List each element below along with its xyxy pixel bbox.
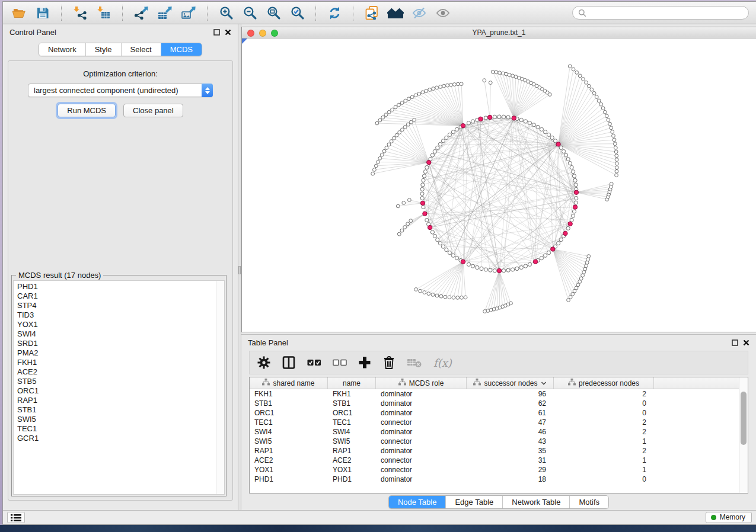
graph-node[interactable] [573, 178, 577, 182]
graph-node[interactable] [566, 158, 570, 161]
minimize-window-icon[interactable] [259, 30, 266, 37]
import-network-button[interactable] [71, 5, 89, 21]
graph-leaf-node[interactable] [615, 174, 618, 177]
graph-leaf-node[interactable] [446, 84, 449, 87]
mcds-result-item[interactable]: YOX1 [17, 320, 216, 329]
graph-leaf-node[interactable] [431, 293, 435, 297]
clone-network-button[interactable] [363, 5, 381, 21]
graph-node[interactable] [506, 268, 510, 272]
tab-edge-table[interactable]: Edge Table [446, 496, 503, 508]
graph-leaf-node[interactable] [495, 70, 498, 74]
network-canvas[interactable] [242, 39, 756, 332]
graph-node[interactable] [497, 115, 501, 118]
run-mcds-button[interactable]: Run MCDS [58, 104, 116, 117]
graph-leaf-node[interactable] [375, 121, 379, 125]
column-header-MCDS-role[interactable]: MCDS role [376, 377, 467, 389]
mcds-result-item[interactable]: PMA2 [17, 348, 216, 358]
graph-leaf-node[interactable] [378, 156, 382, 160]
mcds-result-item[interactable]: SWI5 [17, 415, 216, 424]
table-settings-button[interactable] [257, 356, 270, 369]
graph-leaf-node[interactable] [427, 292, 430, 296]
graph-leaf-node[interactable] [611, 130, 614, 134]
graph-node[interactable] [484, 268, 487, 271]
graph-node[interactable] [547, 133, 550, 136]
graph-node[interactable] [528, 121, 531, 125]
float-table-panel-icon[interactable] [732, 339, 738, 346]
graph-leaf-node[interactable] [505, 72, 508, 76]
graph-node[interactable] [425, 165, 429, 169]
close-panel-button[interactable]: Close panel [123, 104, 183, 117]
graph-node[interactable] [420, 196, 424, 200]
graph-node[interactable] [562, 149, 566, 153]
graph-leaf-node[interactable] [607, 118, 610, 122]
column-chooser-button[interactable] [282, 355, 296, 370]
close-table-panel-icon[interactable] [743, 339, 749, 346]
mcds-result-item[interactable]: STP4 [17, 301, 216, 310]
graph-node[interactable] [564, 153, 567, 157]
graph-node[interactable] [540, 127, 543, 131]
graph-leaf-node[interactable] [444, 295, 447, 299]
open-file-button[interactable] [10, 5, 28, 21]
graph-node[interactable] [422, 205, 425, 209]
graph-leaf-node[interactable] [585, 81, 588, 84]
table-row[interactable]: FKH1FKH1dominator962 [250, 389, 739, 399]
network-window-titlebar[interactable]: YPA_prune.txt_1 [242, 27, 756, 39]
graph-node[interactable] [445, 136, 448, 139]
graph-node[interactable] [575, 196, 578, 200]
graph-node[interactable] [451, 130, 455, 134]
graph-leaf-node[interactable] [403, 126, 407, 129]
first-neighbors-button[interactable] [387, 5, 404, 21]
show-all-button[interactable] [434, 5, 452, 21]
graph-leaf-node[interactable] [615, 166, 618, 169]
table-scrollbar[interactable] [739, 377, 748, 493]
graph-leaf-node[interactable] [595, 95, 598, 99]
graph-dominator-node[interactable] [573, 205, 577, 209]
graph-leaf-node[interactable] [371, 172, 375, 175]
graph-leaf-node[interactable] [428, 88, 432, 92]
graph-node[interactable] [540, 257, 543, 260]
graph-node[interactable] [438, 241, 442, 245]
graph-dominator-node[interactable] [563, 231, 567, 235]
graph-leaf-node[interactable] [612, 134, 615, 137]
graph-node[interactable] [502, 269, 505, 273]
zoom-fit-button[interactable] [264, 5, 282, 21]
graph-dominator-node[interactable] [497, 268, 501, 273]
graph-node[interactable] [515, 267, 519, 270]
graph-leaf-node[interactable] [508, 73, 511, 77]
search-box[interactable] [572, 6, 749, 20]
graph-node[interactable] [420, 192, 424, 196]
graph-leaf-node[interactable] [442, 84, 446, 88]
graph-node[interactable] [559, 238, 563, 242]
graph-node[interactable] [574, 201, 578, 204]
graph-node[interactable] [568, 161, 572, 165]
graph-leaf-node[interactable] [615, 169, 618, 173]
graph-leaf-node[interactable] [390, 140, 393, 143]
memory-button[interactable]: Memory [706, 512, 752, 523]
graph-node[interactable] [448, 251, 451, 254]
graph-node[interactable] [532, 123, 535, 127]
graph-leaf-node[interactable] [439, 294, 443, 298]
graph-leaf-node[interactable] [435, 294, 439, 297]
graph-leaf-node[interactable] [615, 158, 618, 162]
graph-leaf-node[interactable] [439, 85, 442, 89]
graph-leaf-node[interactable] [460, 296, 464, 299]
graph-leaf-node[interactable] [384, 113, 388, 117]
tab-node-table[interactable]: Node Table [389, 496, 446, 508]
task-history-button[interactable] [7, 512, 25, 523]
graph-node[interactable] [425, 218, 429, 222]
graph-dominator-node[interactable] [551, 247, 555, 251]
graph-node[interactable] [441, 245, 445, 248]
graph-leaf-node[interactable] [456, 82, 460, 86]
graph-leaf-node[interactable] [394, 105, 397, 109]
graph-node[interactable] [438, 142, 442, 146]
graph-dominator-node[interactable] [461, 259, 465, 264]
import-table-button[interactable] [95, 5, 113, 21]
graph-node[interactable] [471, 264, 474, 268]
graph-node[interactable] [506, 116, 510, 119]
graph-leaf-node[interactable] [409, 219, 413, 223]
graph-leaf-node[interactable] [410, 95, 414, 99]
mcds-result-item[interactable]: SRD1 [17, 339, 216, 348]
graph-leaf-node[interactable] [377, 161, 380, 164]
graph-dominator-node[interactable] [487, 115, 492, 119]
graph-leaf-node[interactable] [614, 150, 618, 153]
